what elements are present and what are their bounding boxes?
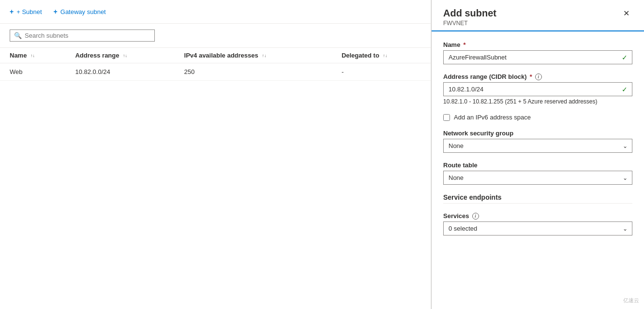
col-name: Name ↑↓ (0, 48, 65, 63)
address-range-input-wrapper: ✓ (443, 82, 632, 96)
nsg-select[interactable]: None (443, 139, 632, 153)
plus-icon: + (10, 8, 14, 15)
services-select[interactable]: 0 selected (443, 221, 632, 235)
address-range-sort-icon[interactable]: ↑↓ (123, 54, 127, 58)
delegated-sort-icon[interactable]: ↑↓ (383, 54, 388, 58)
gateway-subnet-label: Gateway subnet (60, 8, 106, 15)
panel-title: Add subnet (443, 8, 496, 19)
nsg-label: Network security group (443, 130, 632, 137)
route-table-select-wrapper: None ⌄ (443, 171, 632, 185)
add-subnet-panel: Add subnet FWVNET ✕ Name * ✓ Address ran… (431, 0, 644, 309)
ipv6-checkbox-row: Add an IPv6 address space (443, 114, 632, 121)
nsg-form-group: Network security group None ⌄ (443, 130, 632, 153)
route-table-label: Route table (443, 162, 632, 169)
services-form-group: Services i 0 selected ⌄ (443, 212, 632, 235)
panel-subtitle: FWVNET (443, 20, 496, 27)
row-ipv4-available: 250 (175, 63, 332, 81)
address-range-input[interactable] (443, 82, 632, 96)
row-address-range: 10.82.0.0/24 (65, 63, 174, 81)
search-icon: 🔍 (14, 32, 22, 39)
name-check-icon: ✓ (622, 54, 628, 61)
watermark: 亿速云 (623, 297, 639, 304)
col-delegated-to: Delegated to ↑↓ (332, 48, 431, 63)
subnet-label: + Subnet (16, 8, 42, 15)
address-range-required-star: * (530, 73, 532, 80)
name-input-wrapper: ✓ (443, 50, 632, 64)
name-required-star: * (463, 41, 465, 48)
address-range-info-icon[interactable]: i (535, 74, 542, 80)
table-row[interactable]: Web 10.82.0.0/24 250 - (0, 63, 431, 81)
panel-body: Name * ✓ Address range (CIDR block) * i … (432, 31, 644, 245)
table-header-row: Name ↑↓ Address range ↑↓ IPv4 available … (0, 48, 431, 63)
subnet-table-container: Name ↑↓ Address range ↑↓ IPv4 available … (0, 48, 431, 309)
gateway-plus-icon: + (54, 8, 58, 15)
add-subnet-button[interactable]: + + Subnet (10, 8, 42, 15)
services-label: Services i (443, 212, 632, 220)
address-range-check-icon: ✓ (622, 86, 628, 93)
address-hint: 10.82.1.0 - 10.82.1.255 (251 + 5 Azure r… (443, 98, 632, 105)
nsg-select-wrapper: None ⌄ (443, 139, 632, 153)
name-label: Name * (443, 41, 632, 48)
ipv6-checkbox[interactable] (443, 114, 450, 121)
row-name: Web (0, 63, 65, 81)
name-form-group: Name * ✓ (443, 41, 632, 64)
service-endpoints-heading: Service endpoints (443, 193, 632, 204)
search-wrapper: 🔍 (10, 29, 155, 42)
panel-title-group: Add subnet FWVNET (443, 8, 496, 27)
panel-header: Add subnet FWVNET ✕ (432, 0, 644, 31)
route-table-select[interactable]: None (443, 171, 632, 185)
route-table-form-group: Route table None ⌄ (443, 162, 632, 185)
address-range-label: Address range (CIDR block) * i (443, 73, 632, 80)
search-input[interactable] (25, 32, 131, 39)
ipv4-sort-icon[interactable]: ↑↓ (262, 54, 266, 58)
close-button[interactable]: ✕ (620, 8, 632, 19)
ipv6-form-group: Add an IPv6 address space (443, 114, 632, 121)
name-sort-icon[interactable]: ↑↓ (30, 54, 35, 58)
left-panel: + + Subnet + Gateway subnet 🔍 Name ↑↓ A (0, 0, 431, 309)
services-select-wrapper: 0 selected ⌄ (443, 221, 632, 235)
services-info-icon[interactable]: i (472, 213, 479, 220)
name-input[interactable] (443, 50, 632, 64)
col-address-range: Address range ↑↓ (65, 48, 174, 63)
service-endpoints-group: Service endpoints (443, 193, 632, 204)
search-bar: 🔍 (0, 24, 431, 48)
subnet-table: Name ↑↓ Address range ↑↓ IPv4 available … (0, 48, 431, 81)
col-ipv4-available: IPv4 available addresses ↑↓ (175, 48, 332, 63)
row-delegated-to: - (332, 63, 431, 81)
toolbar: + + Subnet + Gateway subnet (0, 0, 431, 24)
ipv6-checkbox-label: Add an IPv6 address space (454, 114, 531, 121)
add-gateway-subnet-button[interactable]: + Gateway subnet (54, 8, 106, 15)
address-range-form-group: Address range (CIDR block) * i ✓ 10.82.1… (443, 73, 632, 105)
